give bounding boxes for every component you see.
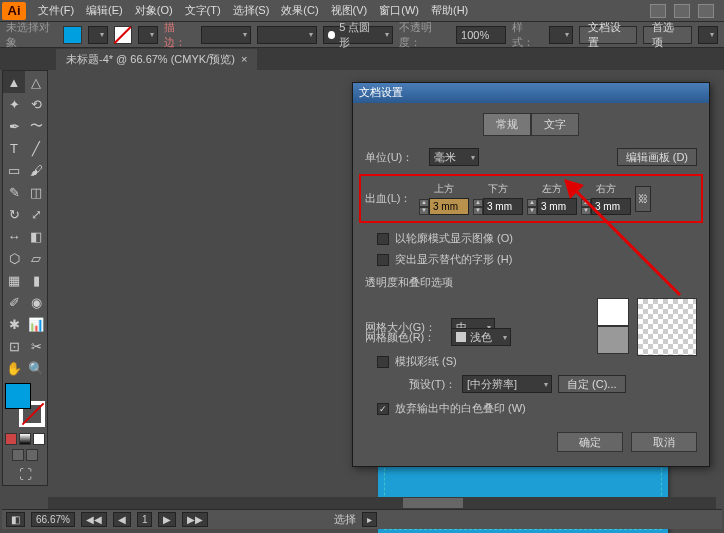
menu-type[interactable]: 文字(T) <box>179 1 227 20</box>
magic-wand-tool[interactable]: ✦ <box>3 93 25 115</box>
nav-prev[interactable]: ◀◀ <box>81 512 107 527</box>
corner-widget[interactable]: ◧ <box>6 512 25 527</box>
fill-dropdown[interactable] <box>88 26 108 44</box>
glyphs-checkbox[interactable] <box>377 254 389 266</box>
perspective-tool[interactable]: ▱ <box>25 247 47 269</box>
grid-color-dropdown[interactable]: 浅色 <box>451 328 511 346</box>
color-mode-icon[interactable] <box>5 433 17 445</box>
close-tab-icon[interactable]: × <box>241 53 247 65</box>
nav-next[interactable]: ▶▶ <box>182 512 208 527</box>
simulate-paper-checkbox[interactable] <box>377 356 389 368</box>
brush-dropdown[interactable] <box>257 26 317 44</box>
fill-swatch[interactable] <box>63 26 82 44</box>
document-tab[interactable]: 未标题-4* @ 66.67% (CMYK/预览) × <box>56 49 257 70</box>
menu-edit[interactable]: 编辑(E) <box>80 1 129 20</box>
menu-object[interactable]: 对象(O) <box>129 1 179 20</box>
layout-icon2[interactable] <box>674 4 690 18</box>
mesh-tool[interactable]: ▦ <box>3 269 25 291</box>
preferences-button[interactable]: 首选项 <box>643 26 692 44</box>
none-mode-icon[interactable] <box>33 433 45 445</box>
artboard-number[interactable]: 1 <box>137 512 153 527</box>
spin-down[interactable]: ▼ <box>473 207 483 215</box>
tab-type[interactable]: 文字 <box>531 113 579 136</box>
rectangle-tool[interactable]: ▭ <box>3 159 25 181</box>
units-dropdown[interactable]: 毫米 <box>429 148 479 166</box>
spin-up[interactable]: ▲ <box>527 199 537 207</box>
discard-white-checkbox[interactable]: ✓ <box>377 403 389 415</box>
shaper-tool[interactable]: ✎ <box>3 181 25 203</box>
spin-down[interactable]: ▼ <box>419 207 429 215</box>
bleed-top-input[interactable]: 3 mm <box>429 198 469 215</box>
scale-tool[interactable]: ⤢ <box>25 203 47 225</box>
align-dropdown[interactable] <box>698 26 718 44</box>
document-setup-button[interactable]: 文档设置 <box>579 26 638 44</box>
layout-icon[interactable] <box>650 4 666 18</box>
opacity-input[interactable]: 100% <box>456 26 506 44</box>
eyedropper-tool[interactable]: ✐ <box>3 291 25 313</box>
preview-gray <box>597 326 629 354</box>
rotate-tool[interactable]: ↻ <box>3 203 25 225</box>
type-tool[interactable]: T <box>3 137 25 159</box>
ok-button[interactable]: 确定 <box>557 432 623 452</box>
brush-definition-dropdown[interactable]: 5 点圆形 <box>323 26 393 44</box>
preview-white <box>597 298 629 326</box>
spin-up[interactable]: ▲ <box>473 199 483 207</box>
symbol-sprayer-tool[interactable]: ✱ <box>3 313 25 335</box>
pen-tool[interactable]: ✒ <box>3 115 25 137</box>
selection-dropdown[interactable]: ▸ <box>362 512 377 527</box>
width-tool[interactable]: ↔ <box>3 225 25 247</box>
lasso-tool[interactable]: ⟲ <box>25 93 47 115</box>
style-dropdown[interactable] <box>549 26 573 44</box>
blend-tool[interactable]: ◉ <box>25 291 47 313</box>
hand-tool[interactable]: ✋ <box>3 357 25 379</box>
menu-view[interactable]: 视图(V) <box>325 1 374 20</box>
nav-next-one[interactable]: ▶ <box>158 512 176 527</box>
link-bleed-icon[interactable]: ⛓ <box>635 186 651 212</box>
selection-tool[interactable]: ▲ <box>3 71 25 93</box>
artboard-tool[interactable]: ⊡ <box>3 335 25 357</box>
free-transform-tool[interactable]: ◧ <box>25 225 47 247</box>
zoom-tool[interactable]: 🔍 <box>25 357 47 379</box>
preset-dropdown[interactable]: [中分辨率] <box>462 375 552 393</box>
edit-artboards-button[interactable]: 编辑画板 (D) <box>617 148 697 166</box>
spin-up[interactable]: ▲ <box>419 199 429 207</box>
graph-tool[interactable]: 📊 <box>25 313 47 335</box>
bleed-right-input[interactable]: 3 mm <box>591 198 631 215</box>
bleed-bottom-input[interactable]: 3 mm <box>483 198 523 215</box>
curvature-tool[interactable]: 〜 <box>25 115 47 137</box>
fill-color-icon[interactable] <box>5 383 31 409</box>
preset-label: 预设(T)： <box>409 377 456 392</box>
spin-down[interactable]: ▼ <box>581 207 591 215</box>
cancel-button[interactable]: 取消 <box>631 432 697 452</box>
zoom-level[interactable]: 66.67% <box>31 512 75 527</box>
gradient-tool[interactable]: ▮ <box>25 269 47 291</box>
line-tool[interactable]: ╱ <box>25 137 47 159</box>
spin-down[interactable]: ▼ <box>527 207 537 215</box>
paintbrush-tool[interactable]: 🖌 <box>25 159 47 181</box>
eraser-tool[interactable]: ◫ <box>25 181 47 203</box>
menu-file[interactable]: 文件(F) <box>32 1 80 20</box>
change-screen-mode[interactable]: ⛶ <box>3 463 47 485</box>
shape-builder-tool[interactable]: ⬡ <box>3 247 25 269</box>
menu-effect[interactable]: 效果(C) <box>275 1 324 20</box>
menu-select[interactable]: 选择(S) <box>227 1 276 20</box>
draw-mode-icon[interactable] <box>12 449 24 461</box>
search-icon[interactable] <box>698 4 714 18</box>
stroke-weight-input[interactable] <box>201 26 251 44</box>
menu-help[interactable]: 帮助(H) <box>425 1 474 20</box>
custom-button[interactable]: 自定 (C)... <box>558 375 626 393</box>
stroke-dropdown[interactable] <box>138 26 158 44</box>
direct-selection-tool[interactable]: △ <box>25 71 47 93</box>
stroke-swatch[interactable] <box>114 26 133 44</box>
gradient-mode-icon[interactable] <box>19 433 31 445</box>
spin-up[interactable]: ▲ <box>581 199 591 207</box>
bleed-left-input[interactable]: 3 mm <box>537 198 577 215</box>
slice-tool[interactable]: ✂ <box>25 335 47 357</box>
menu-window[interactable]: 窗口(W) <box>373 1 425 20</box>
nav-prev-one[interactable]: ◀ <box>113 512 131 527</box>
fill-stroke-widget[interactable] <box>3 383 47 427</box>
outline-checkbox[interactable] <box>377 233 389 245</box>
tab-general[interactable]: 常规 <box>483 113 531 136</box>
horizontal-scrollbar[interactable] <box>48 497 716 509</box>
screen-mode-icon[interactable] <box>26 449 38 461</box>
